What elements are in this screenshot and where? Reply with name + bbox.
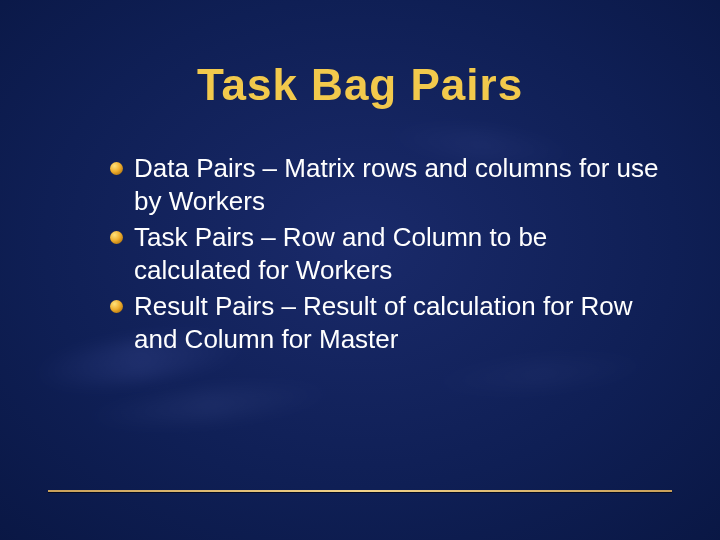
bullet-icon [110, 231, 123, 244]
bullet-item: Data Pairs – Matrix rows and columns for… [110, 152, 660, 217]
bullet-item: Task Pairs – Row and Column to be calcul… [110, 221, 660, 286]
slide-content: Data Pairs – Matrix rows and columns for… [60, 152, 660, 355]
bullet-item: Result Pairs – Result of calculation for… [110, 290, 660, 355]
bullet-text: Task Pairs – Row and Column to be calcul… [134, 222, 547, 285]
bullet-text: Data Pairs – Matrix rows and columns for… [134, 153, 659, 216]
slide: Task Bag Pairs Data Pairs – Matrix rows … [0, 0, 720, 540]
slide-title: Task Bag Pairs [60, 60, 660, 110]
bullet-icon [110, 300, 123, 313]
bullet-icon [110, 162, 123, 175]
bullet-text: Result Pairs – Result of calculation for… [134, 291, 633, 354]
footer-rule [48, 490, 672, 492]
